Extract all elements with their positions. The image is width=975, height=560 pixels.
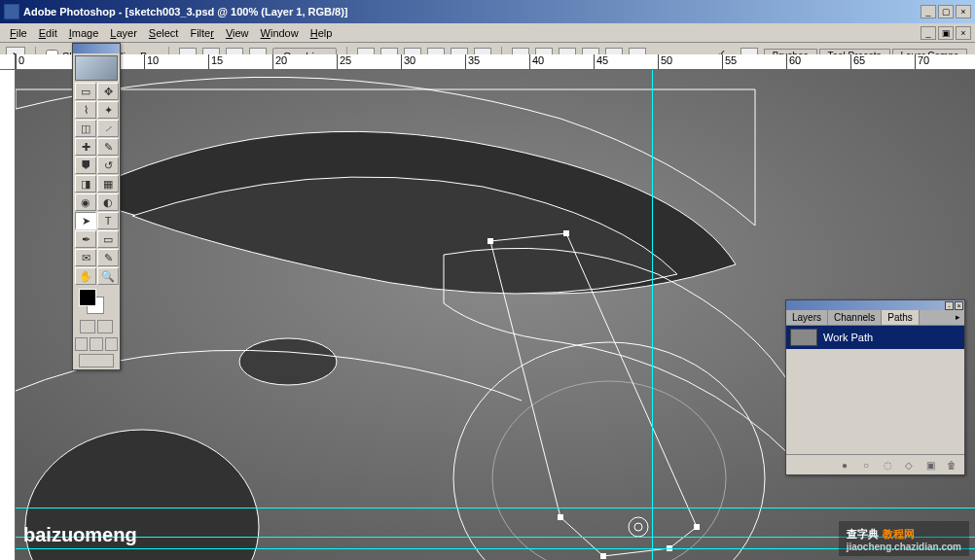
doc-minimize-button[interactable]: _ [921, 26, 936, 40]
tool-heal[interactable]: ✚ [75, 138, 96, 156]
tool-stamp[interactable]: ⛊ [75, 157, 96, 174]
tool-gradient[interactable]: ▦ [97, 175, 119, 192]
svg-point-1 [239, 338, 337, 385]
screen-standard[interactable] [75, 337, 88, 351]
path-thumbnail [790, 329, 817, 346]
menu-window[interactable]: Window [255, 25, 305, 41]
ruler-origin[interactable] [0, 54, 16, 70]
menu-select[interactable]: Select [143, 25, 185, 41]
tool-wand[interactable]: ✦ [97, 101, 119, 119]
tool-eraser[interactable]: ◨ [75, 175, 96, 192]
tool-shape[interactable]: ▭ [97, 230, 119, 248]
paths-list: Work Path [786, 326, 964, 454]
menu-edit[interactable]: Edit [33, 25, 63, 41]
panel-minimize-icon[interactable]: - [945, 301, 954, 310]
selection-to-path-icon[interactable]: ◇ [902, 458, 916, 472]
toolbox-drag-handle[interactable] [73, 44, 120, 53]
jump-to-imageready[interactable] [79, 354, 114, 368]
new-path-icon[interactable]: ▣ [923, 458, 937, 472]
foreground-color-swatch[interactable] [79, 289, 96, 306]
path-to-selection-icon[interactable]: ◌ [881, 458, 894, 472]
color-swatches [75, 289, 118, 316]
tab-channels[interactable]: Channels [828, 310, 882, 325]
menu-file[interactable]: File [4, 25, 33, 41]
watermark-author: baizuomeng [23, 524, 137, 546]
svg-rect-7 [694, 524, 700, 530]
window-titlebar: Adobe Photoshop - [sketch003_3.psd @ 100… [0, 0, 975, 23]
app-icon [4, 4, 19, 19]
tab-layers[interactable]: Layers [786, 310, 828, 325]
svg-rect-5 [488, 238, 493, 244]
tool-dodge[interactable]: ◐ [97, 193, 119, 211]
paths-panel[interactable]: - × Layers Channels Paths ▸ Work Path ● … [785, 299, 965, 475]
tool-blur[interactable]: ◉ [75, 193, 96, 211]
guide-horizontal-1[interactable] [16, 548, 975, 549]
menu-view[interactable]: View [220, 25, 255, 41]
doc-close-button[interactable]: × [956, 26, 971, 40]
stroke-path-icon[interactable]: ○ [859, 458, 873, 472]
panel-drag-handle[interactable]: - × [786, 300, 964, 310]
mode-quickmask[interactable] [97, 320, 113, 333]
toolbox-panel[interactable]: ▭ ✥ ⌇ ✦ ◫ ⟋ ✚ ✎ ⛊ ↺ ◨ ▦ ◉ ◐ ➤ T ✒ ▭ ✉ ✎ … [72, 43, 121, 370]
panel-menu-icon[interactable]: ▸ [952, 310, 964, 325]
guide-horizontal-2[interactable] [16, 537, 975, 538]
tool-brush[interactable]: ✎ [97, 138, 119, 156]
tool-crop[interactable]: ◫ [75, 120, 96, 137]
menu-bar: File Edit Image Layer Select Filter View… [0, 23, 975, 43]
path-name: Work Path [823, 332, 873, 343]
tool-marquee[interactable]: ▭ [75, 83, 96, 100]
fill-path-icon[interactable]: ● [838, 458, 851, 472]
menu-layer[interactable]: Layer [104, 25, 143, 41]
window-title: Adobe Photoshop - [sketch003_3.psd @ 100… [23, 6, 921, 18]
ruler-horizontal[interactable]: 0 5 10 15 20 25 30 35 40 45 50 55 60 65 … [16, 54, 975, 70]
watermark-site: 查字典 教程网 jiaocheng.chazidian.com [839, 521, 969, 556]
screen-fullmenu[interactable] [90, 337, 102, 351]
path-item[interactable]: Work Path [786, 326, 964, 349]
tool-pen[interactable]: ✒ [75, 230, 96, 248]
tool-lasso[interactable]: ⌇ [75, 101, 96, 119]
menu-filter[interactable]: Filter [184, 25, 219, 41]
screen-full[interactable] [105, 337, 118, 351]
maximize-button[interactable]: ▢ [938, 5, 954, 18]
svg-rect-9 [600, 553, 606, 559]
tool-notes[interactable]: ✉ [75, 249, 96, 266]
tool-hand[interactable]: ✋ [75, 267, 96, 285]
close-button[interactable]: × [956, 5, 971, 18]
menu-image[interactable]: Image [63, 25, 105, 41]
tab-paths[interactable]: Paths [882, 310, 920, 325]
tool-eyedropper[interactable]: ✎ [97, 249, 119, 266]
tool-type[interactable]: T [97, 212, 119, 229]
tool-zoom[interactable]: 🔍 [97, 267, 119, 285]
toolbox-header-image [75, 55, 118, 81]
mode-standard[interactable] [80, 320, 95, 333]
ruler-vertical[interactable] [0, 70, 16, 560]
minimize-button[interactable]: _ [921, 5, 936, 18]
tool-path-select[interactable]: ➤ [75, 212, 96, 229]
doc-restore-button[interactable]: ▣ [938, 26, 954, 40]
guide-vertical[interactable] [652, 70, 653, 560]
menu-help[interactable]: Help [305, 25, 339, 41]
tool-move[interactable]: ✥ [97, 83, 119, 100]
tool-history-brush[interactable]: ↺ [97, 157, 119, 174]
guide-horizontal-3[interactable] [16, 508, 975, 508]
svg-rect-10 [558, 514, 563, 520]
tool-slice[interactable]: ⟋ [97, 120, 119, 137]
svg-rect-6 [563, 230, 569, 236]
delete-path-icon[interactable]: 🗑 [945, 458, 958, 472]
panel-close-icon[interactable]: × [955, 301, 963, 310]
